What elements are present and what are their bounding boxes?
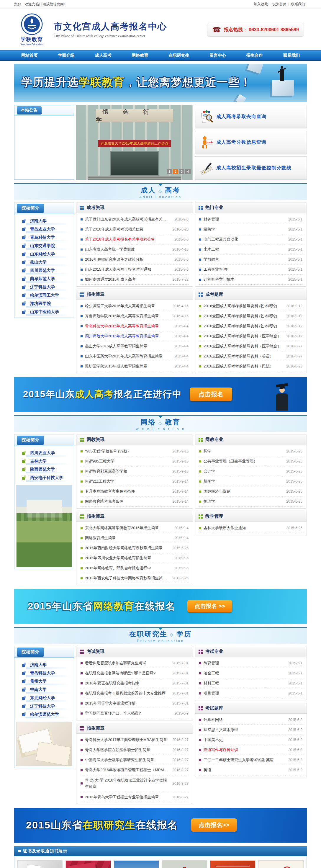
news-item-link[interactable]: 土木工程 — [203, 247, 285, 252]
news-item-link[interactable]: 汉语写作与百科知识 — [203, 747, 285, 753]
sidebar-college-link[interactable]: 青岛科技大学 — [14, 669, 74, 677]
topbar-link[interactable]: 设为首页 — [272, 2, 287, 6]
sidebar-college-link[interactable]: 东北财经大学 — [14, 693, 74, 702]
news-item-link[interactable]: 专升本网络教育考生免考条件 — [85, 489, 169, 494]
sidebar-college-link[interactable]: 燕山大学 — [14, 258, 74, 266]
hero-banner[interactable]: 学历提升选学联教育，让您离梦想更近一些！ — [14, 64, 307, 102]
news-item-link[interactable]: 教育管理 — [203, 660, 285, 666]
signup-button[interactable]: 点击报名 — [190, 388, 232, 401]
news-item-link[interactable]: 工商企业管 理 — [203, 267, 285, 272]
sidebar-college-link[interactable]: 青岛科技大学 — [14, 233, 74, 241]
photo-slideshow[interactable]: 馆 会 衍 学 青岛农业大学2015年成人高等教育工作会议 1234 — [76, 105, 193, 180]
news-item-link[interactable]: 吉林大学纸质大作业通知 — [203, 525, 283, 531]
news-item-link[interactable]: 2016年双证在职研究生报考指南 — [85, 681, 169, 686]
news-item-link[interactable]: 何谓教育部直属高等学校 — [85, 469, 169, 474]
sidebar-college-link[interactable]: 潍坊医学院 — [14, 299, 74, 308]
slideshow-page-button[interactable]: 1 — [167, 169, 172, 174]
news-item-link[interactable]: 冶金工程 — [203, 671, 285, 676]
news-item-link[interactable]: 中国美术史 — [203, 737, 285, 743]
news-item-link[interactable]: 护理学 — [203, 499, 283, 504]
news-item-link[interactable]: 2016全国成人高考考前辅导资料（英语） — [203, 353, 283, 359]
sidebar-college-link[interactable]: 哈尔滨理工大学 — [14, 291, 74, 299]
news-item-link[interactable]: 2016全国成人高考考前辅导资料 (艺术概论) — [203, 313, 283, 319]
sidebar-college-link[interactable]: 吉林大学 — [14, 457, 74, 465]
sidebar-college-link[interactable]: 青岛农业大学 — [14, 225, 74, 233]
sidebar-college-link[interactable]: 中南大学 — [14, 685, 74, 693]
news-item-link[interactable]: 在职研究生报考：最具就业前景的十大专业推荐 — [85, 691, 169, 696]
gallery-item[interactable]: 东北大学 — [65, 860, 110, 868]
news-item-link[interactable]: 哈尔滨理工大学2016年成人高考招生简章 — [85, 303, 169, 309]
news-item-link[interactable]: 在职研究生报名网站有哪些? 哪个是官网? — [85, 671, 169, 676]
news-item-link[interactable]: 东北大学网络高等学历教育2015年招生简章 — [85, 525, 171, 531]
news-item-link[interactable]: “985工程”学校名单 (39校) — [85, 448, 169, 454]
news-item-link[interactable]: 建筑学 — [203, 227, 285, 232]
news-item-link[interactable]: 山东省成人高考统一学费标准 — [85, 247, 169, 252]
gallery-item[interactable]: 济南大学 — [162, 860, 207, 868]
slideshow-page-button[interactable]: 3 — [179, 169, 184, 174]
sidebar-college-link[interactable]: 四川农业大学 — [14, 448, 74, 457]
news-item-link[interactable]: 2015年四川农业大学网络教育招生简章 — [85, 555, 171, 561]
news-item-link[interactable]: 马克思主义基本原理 — [203, 727, 285, 733]
slideshow-page-button[interactable]: 2 — [173, 169, 178, 174]
news-item-link[interactable]: 网络教育统考免考条件 — [85, 499, 169, 504]
signup-button[interactable]: 点击报名>> — [191, 818, 237, 832]
news-item-link[interactable]: 财务管理 — [203, 217, 285, 222]
nav-item[interactable]: 网络教育 — [129, 53, 151, 58]
news-item-link[interactable]: 关于2016年成人高考报名有关事项的公告 — [85, 237, 171, 242]
sidebar-college-link[interactable]: 贵州大学 — [14, 677, 74, 685]
nav-item[interactable]: 在职研究生 — [165, 53, 192, 58]
news-item-link[interactable]: 公共事业管理（卫生事业管理） — [203, 459, 283, 464]
news-item-link[interactable]: 2016全国成人高考考前辅导资料（医学综合） — [203, 334, 283, 339]
nav-item[interactable]: 成人高考 — [92, 53, 115, 58]
news-item-link[interactable]: 青岛科技大学2015年成人高等教育招生简章 — [85, 323, 171, 329]
news-item-link[interactable]: 2016全国成人高考考前辅导资料 (艺术概论) — [203, 303, 283, 309]
sidebar-college-link[interactable]: 曲阜师范大学 — [14, 275, 74, 283]
news-item-link[interactable]: 燕山大学2015成人高等教育招生简章 — [85, 344, 171, 349]
gallery-item[interactable]: 燕山大学录取通知书正... — [210, 860, 255, 868]
news-item-link[interactable]: 如何高效通过2015年成人高考 — [85, 277, 169, 282]
gallery-item[interactable]: 七大学 — [18, 860, 63, 868]
sidebar-college-link[interactable]: 济南大学 — [14, 660, 74, 669]
news-item-link[interactable]: 2015年同等学力申硕流程详解 — [85, 701, 169, 706]
news-item-link[interactable]: 山东2015年成人高考网上报名时间通知 — [85, 267, 171, 272]
slideshow-page-button[interactable]: 4 — [185, 169, 191, 174]
signup-button[interactable]: 点击报名 >> — [187, 600, 232, 612]
sidebar-college-link[interactable]: 山东中医药大学 — [14, 308, 74, 316]
news-item-link[interactable]: 关于做好山东省2016年成人高校考试招生有关... — [85, 217, 171, 222]
news-item-link[interactable]: 2016年在职研究生改革之政策分析 — [85, 257, 171, 262]
announcement-title-tab[interactable]: 本站公告 — [17, 106, 42, 115]
nav-item[interactable]: 网站首页 — [18, 53, 41, 58]
news-item-link[interactable]: 项目管理 — [203, 691, 285, 696]
topbar-link[interactable]: 加入收藏 — [254, 2, 268, 6]
news-item-link[interactable]: 2016年青岛大学工程硕士专业学位招生简章 — [85, 795, 169, 800]
news-item-link[interactable]: 2013年西安电子科技大学网络教育秋季招生简... — [85, 576, 169, 581]
news-item-link[interactable]: 关于2016年成人高考考试相关信息 — [85, 227, 169, 232]
news-item-link[interactable]: 青岛大学医学院在职医学硕士招生简章 — [85, 747, 169, 753]
news-item-link[interactable]: 新闻学 — [203, 479, 283, 484]
news-item-link[interactable]: 学习期间是否转户口、个人档案? — [85, 711, 171, 716]
news-item-link[interactable]: 网络教育招生简章 — [85, 535, 171, 541]
news-item-link[interactable]: 药学 — [203, 448, 283, 454]
news-item-link[interactable]: 2016全国成人高考考前辅导资料（民法） — [203, 364, 283, 369]
news-item-link[interactable]: 电气工程及其自动化 — [203, 237, 285, 242]
sidebar-college-link[interactable]: 辽宁科技大学 — [14, 702, 74, 710]
sidebar-college-link[interactable]: 山东交通学院 — [14, 241, 74, 250]
nav-item[interactable]: 留言中心 — [206, 53, 229, 58]
query-admission-destination-button[interactable]: 成人高考录取去向查询 — [195, 105, 307, 128]
news-item-link[interactable]: 青岛大学2016年攻读项目管理工程硕士（MPM）招生简章 — [85, 767, 169, 773]
sidebar-college-link[interactable]: 陕西师范大学 — [14, 465, 74, 473]
news-item-link[interactable]: 中国海洋大学金融学在职研究生招生简章 — [85, 757, 169, 763]
sidebar-college-link[interactable]: 辽宁科技大学 — [14, 283, 74, 291]
news-item-link[interactable]: 计算机科学与技术 — [203, 277, 285, 282]
gallery-item[interactable]: 青岛农业大学 — [114, 860, 159, 868]
news-item-link[interactable]: 齐鲁师范学院2016年成人高等教育招生简章 — [85, 313, 169, 319]
sidebar-college-link[interactable]: 西安电子科技大学 — [14, 473, 74, 482]
news-item-link[interactable]: 材料工程 — [203, 681, 285, 686]
sidebar-college-link[interactable]: 四川师范大学 — [14, 266, 74, 275]
news-item-link[interactable]: 青 岛 大 学 2016年在职攻读工业设计专业学位招生简章 — [85, 777, 169, 790]
news-item-link[interactable]: 2015年西南财经大学网络教育春秋季招生简章 — [85, 546, 169, 551]
news-item-link[interactable]: 国际经济与贸易 — [203, 489, 283, 494]
query-score-info-button[interactable]: 100分 成人高考分数信息查询 — [195, 131, 307, 154]
sidebar-college-link[interactable]: 山东财经大学 — [14, 250, 74, 258]
sidebar-college-link[interactable]: 哈尔滨师范大学 — [14, 710, 74, 718]
